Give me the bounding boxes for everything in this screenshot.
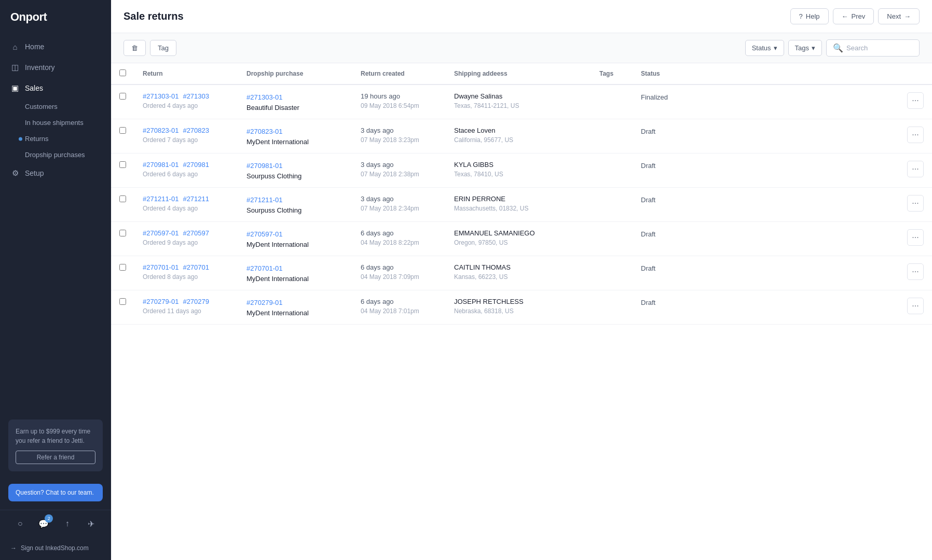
search-box[interactable]: 🔍	[826, 39, 920, 57]
page-title: Sale returns	[124, 10, 184, 22]
return-link-order-1[interactable]: #270823	[183, 127, 209, 134]
return-link-order-0[interactable]: #271303	[183, 92, 209, 100]
sidebar-item-sales[interactable]: ▣ Sales	[0, 78, 111, 99]
actions-btn-0[interactable]: ···	[907, 92, 924, 109]
actions-btn-2[interactable]: ···	[907, 161, 924, 177]
next-button[interactable]: Next →	[878, 8, 920, 24]
returns-label: Returns	[25, 135, 49, 143]
select-all-checkbox[interactable]	[119, 69, 126, 76]
tags-cell-5	[591, 256, 633, 290]
dropship-link-1[interactable]: #270823-01	[246, 128, 282, 135]
return-time-6: 6 days ago	[361, 298, 437, 305]
actions-btn-5[interactable]: ···	[907, 263, 924, 280]
tags-cell-3	[591, 188, 633, 222]
ship-name-6: JOSEPH RETCHLESS	[454, 298, 583, 305]
table-row: #270823-01 #270823 Ordered 7 days ago #2…	[111, 119, 932, 153]
sidebar-item-returns[interactable]: Returns	[0, 131, 111, 147]
return-date-5: 04 May 2018 7:09pm	[361, 273, 437, 281]
return-link-main-1[interactable]: #270823-01	[143, 127, 179, 134]
sidebar-item-inventory[interactable]: ◫ Inventory	[0, 57, 111, 78]
actions-btn-3[interactable]: ···	[907, 195, 924, 212]
col-return: Return	[134, 63, 238, 85]
return-link-main-3[interactable]: #271211-01	[143, 195, 179, 203]
actions-btn-6[interactable]: ···	[907, 298, 924, 314]
row-checkbox-6[interactable]	[119, 298, 126, 305]
row-checkbox-3[interactable]	[119, 195, 126, 202]
search-icon: 🔍	[833, 43, 843, 53]
inhouse-label: In house shipments	[25, 119, 84, 127]
return-ids: #270981-01 #270981	[143, 161, 230, 169]
help-button[interactable]: ? Help	[790, 8, 829, 24]
return-link-order-2[interactable]: #270981	[183, 161, 209, 169]
header-actions: ? Help ← Prev Next →	[790, 8, 920, 24]
chat-icon[interactable]: 💬 2	[36, 516, 51, 531]
dropship-link-5[interactable]: #270701-01	[246, 264, 282, 272]
return-link-main-4[interactable]: #270597-01	[143, 229, 179, 237]
vendor-2: Sourpuss Clothing	[246, 172, 344, 180]
help-icon: ?	[799, 12, 803, 20]
chat-block[interactable]: Question? Chat to our team.	[8, 484, 103, 501]
dropship-link-6[interactable]: #270279-01	[246, 299, 282, 306]
sidebar-item-customers[interactable]: Customers	[0, 99, 111, 115]
table-row: #271303-01 #271303 Ordered 4 days ago #2…	[111, 85, 932, 119]
upload-icon[interactable]: ↑	[60, 516, 75, 531]
table-row: #270981-01 #270981 Ordered 6 days ago #2…	[111, 153, 932, 188]
delete-button[interactable]: 🗑	[124, 40, 146, 56]
sidebar-item-dropship[interactable]: Dropship purchases	[0, 147, 111, 163]
return-link-main-0[interactable]: #271303-01	[143, 92, 179, 100]
customers-label: Customers	[25, 103, 58, 110]
row-checkbox-1[interactable]	[119, 127, 126, 134]
return-link-order-3[interactable]: #271211	[183, 195, 209, 203]
next-icon: →	[904, 12, 911, 20]
status-6: Draft	[641, 299, 655, 306]
search-input[interactable]	[846, 44, 913, 52]
setup-icon: ⚙	[10, 169, 20, 178]
return-ids: #270597-01 #270597	[143, 229, 230, 237]
refer-button[interactable]: Refer a friend	[16, 451, 95, 464]
tags-cell-2	[591, 153, 633, 188]
tags-filter[interactable]: Tags ▾	[788, 40, 822, 56]
tag-button[interactable]: Tag	[150, 40, 176, 56]
return-link-order-5[interactable]: #270701	[183, 263, 209, 271]
circle-icon[interactable]: ○	[13, 516, 28, 531]
dropship-link-0[interactable]: #271303-01	[246, 93, 282, 101]
actions-btn-1[interactable]: ···	[907, 127, 924, 143]
ship-addr-6: Nebraska, 68318, US	[454, 307, 583, 315]
signout-text: Sign out InkedShop.com	[21, 544, 89, 552]
row-checkbox-5[interactable]	[119, 264, 126, 271]
vendor-4: MyDent International	[246, 241, 344, 248]
row-checkbox-4[interactable]	[119, 230, 126, 236]
return-date-0: 09 May 2018 6:54pm	[361, 102, 437, 109]
status-filter[interactable]: Status ▾	[745, 40, 784, 56]
ship-addr-1: California, 95677, US	[454, 136, 583, 144]
dropship-link-3[interactable]: #271211-01	[246, 196, 282, 204]
ship-name-1: Stacee Loven	[454, 127, 583, 134]
prev-button[interactable]: ← Prev	[833, 8, 874, 24]
return-date-3: 07 May 2018 2:34pm	[361, 205, 437, 212]
send-icon[interactable]: ✈	[84, 516, 98, 531]
sidebar-label-setup: Setup	[25, 169, 44, 177]
vendor-6: MyDent International	[246, 309, 344, 317]
status-5: Draft	[641, 264, 655, 272]
next-label: Next	[887, 12, 901, 20]
page-header: Sale returns ? Help ← Prev Next →	[111, 0, 932, 33]
sidebar-item-setup[interactable]: ⚙ Setup	[0, 163, 111, 184]
return-link-order-6[interactable]: #270279	[183, 298, 209, 305]
return-link-main-6[interactable]: #270279-01	[143, 298, 179, 305]
signout-link[interactable]: → Sign out InkedShop.com	[0, 539, 111, 560]
delete-icon: 🗑	[131, 44, 138, 52]
return-link-order-4[interactable]: #270597	[183, 229, 209, 237]
sidebar-item-inhouse[interactable]: In house shipments	[0, 115, 111, 131]
sidebar-item-home[interactable]: ⌂ Home	[0, 36, 111, 57]
return-link-main-5[interactable]: #270701-01	[143, 263, 179, 271]
row-checkbox-0[interactable]	[119, 93, 126, 100]
row-checkbox-2[interactable]	[119, 161, 126, 168]
refer-text: Earn up to $999 every time you refer a f…	[16, 427, 95, 445]
dropship-link-2[interactable]: #270981-01	[246, 162, 282, 170]
return-link-main-2[interactable]: #270981-01	[143, 161, 179, 169]
actions-btn-4[interactable]: ···	[907, 229, 924, 246]
app-logo: Onport	[0, 0, 111, 36]
dropship-link-4[interactable]: #270597-01	[246, 230, 282, 238]
vendor-5: MyDent International	[246, 275, 344, 283]
tags-label: Tags	[795, 44, 809, 52]
